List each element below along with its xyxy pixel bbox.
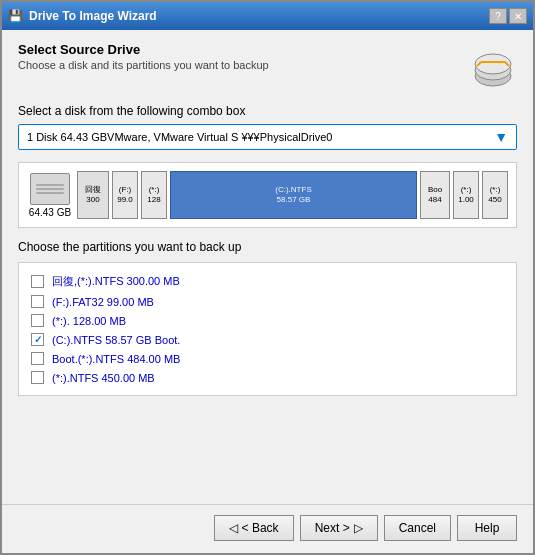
partition-text-5: Boot.(*:).NTFS 484.00 MB <box>52 353 180 365</box>
partition-text-1: 回復,(*:).NTFS 300.00 MB <box>52 274 180 289</box>
partition-checkbox-2[interactable] <box>31 295 44 308</box>
title-icon: 💾 <box>8 9 23 23</box>
footer: ◁ < Back Next > ▷ Cancel Help <box>2 504 533 553</box>
cancel-button[interactable]: Cancel <box>384 515 451 541</box>
close-title-button[interactable]: ✕ <box>509 8 527 24</box>
combo-label: Select a disk from the following combo b… <box>18 104 517 118</box>
title-bar: 💾 Drive To Image Wizard ? ✕ <box>2 2 533 30</box>
partition-checkbox-4[interactable]: ✓ <box>31 333 44 346</box>
back-button[interactable]: ◁ < Back <box>214 515 294 541</box>
partition-text-6: (*:).NTFS 450.00 MB <box>52 372 155 384</box>
partitions-label: Choose the partitions you want to back u… <box>18 240 517 254</box>
partition-checkbox-5[interactable] <box>31 352 44 365</box>
list-item: (*:).NTFS 450.00 MB <box>31 368 504 387</box>
partitions-section: Choose the partitions you want to back u… <box>18 240 517 492</box>
partition-checkbox-6[interactable] <box>31 371 44 384</box>
wizard-icon <box>469 42 517 90</box>
back-arrow-icon: ◁ <box>229 521 238 535</box>
title-buttons: ? ✕ <box>489 8 527 24</box>
page-subtitle: Choose a disk and its partitions you wan… <box>18 59 269 71</box>
list-item: (*:). 128.00 MB <box>31 311 504 330</box>
partition-star3: (*:) 1.00 <box>453 171 479 219</box>
list-item: ✓ (C:).NTFS 58.57 GB Boot. <box>31 330 504 349</box>
next-arrow-icon: ▷ <box>354 521 363 535</box>
disk-icon: 64.43 GB <box>27 172 73 218</box>
main-window: 💾 Drive To Image Wizard ? ✕ Select Sourc… <box>0 0 535 555</box>
partition-c: (C:).NTFS 58.57 GB <box>170 171 417 219</box>
partition-f: (F:) 99.0 <box>112 171 138 219</box>
header-text: Select Source Drive Choose a disk and it… <box>18 42 269 71</box>
partition-boot: Boo 484 <box>420 171 450 219</box>
partition-text-2: (F:).FAT32 99.00 MB <box>52 296 154 308</box>
disk-visual: 64.43 GB 回復 300 (F:) 99.0 (*:) 128 (C:).… <box>18 162 517 228</box>
disk-size-label: 64.43 GB <box>29 207 71 218</box>
list-item: 回復,(*:).NTFS 300.00 MB <box>31 271 504 292</box>
combo-dropdown-arrow: ▼ <box>494 129 508 145</box>
header-section: Select Source Drive Choose a disk and it… <box>18 42 517 90</box>
partition-text-3: (*:). 128.00 MB <box>52 315 126 327</box>
partition-text-4: (C:).NTFS 58.57 GB Boot. <box>52 334 180 346</box>
partition-star4: (*:) 450 <box>482 171 508 219</box>
next-button[interactable]: Next > ▷ <box>300 515 378 541</box>
partition-checkbox-1[interactable] <box>31 275 44 288</box>
content-area: Select Source Drive Choose a disk and it… <box>2 30 533 504</box>
disk-combo[interactable]: 1 Disk 64.43 GBVMware, VMware Virtual S … <box>18 124 517 150</box>
combo-section: Select a disk from the following combo b… <box>18 104 517 150</box>
partition-recovery: 回復 300 <box>77 171 109 219</box>
help-title-button[interactable]: ? <box>489 8 507 24</box>
partitions-list: 回復,(*:).NTFS 300.00 MB (F:).FAT32 99.00 … <box>18 262 517 396</box>
partition-star1: (*:) 128 <box>141 171 167 219</box>
page-title: Select Source Drive <box>18 42 269 57</box>
combo-selected-text: 1 Disk 64.43 GBVMware, VMware Virtual S … <box>27 131 332 143</box>
checkmark-icon: ✓ <box>34 334 42 345</box>
list-item: (F:).FAT32 99.00 MB <box>31 292 504 311</box>
window-title: Drive To Image Wizard <box>29 9 157 23</box>
partition-checkbox-3[interactable] <box>31 314 44 327</box>
help-button[interactable]: Help <box>457 515 517 541</box>
list-item: Boot.(*:).NTFS 484.00 MB <box>31 349 504 368</box>
partitions-bar: 回復 300 (F:) 99.0 (*:) 128 (C:).NTFS 58.5… <box>77 171 508 219</box>
